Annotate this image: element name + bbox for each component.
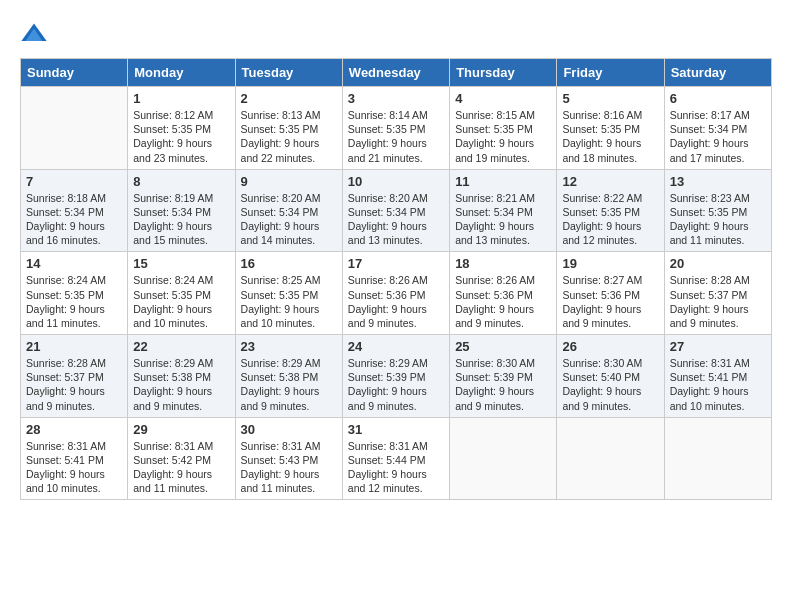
day-number: 9 (241, 174, 337, 189)
calendar-table: SundayMondayTuesdayWednesdayThursdayFrid… (20, 58, 772, 500)
day-number: 19 (562, 256, 658, 271)
calendar-cell: 23Sunrise: 8:29 AMSunset: 5:38 PMDayligh… (235, 335, 342, 418)
weekday-header-thursday: Thursday (450, 59, 557, 87)
week-row-0: 1Sunrise: 8:12 AMSunset: 5:35 PMDaylight… (21, 87, 772, 170)
calendar-cell: 19Sunrise: 8:27 AMSunset: 5:36 PMDayligh… (557, 252, 664, 335)
calendar-cell: 21Sunrise: 8:28 AMSunset: 5:37 PMDayligh… (21, 335, 128, 418)
calendar-cell: 7Sunrise: 8:18 AMSunset: 5:34 PMDaylight… (21, 169, 128, 252)
day-number: 20 (670, 256, 766, 271)
day-number: 30 (241, 422, 337, 437)
cell-info: Sunrise: 8:24 AMSunset: 5:35 PMDaylight:… (26, 273, 122, 330)
calendar-cell: 5Sunrise: 8:16 AMSunset: 5:35 PMDaylight… (557, 87, 664, 170)
calendar-cell: 10Sunrise: 8:20 AMSunset: 5:34 PMDayligh… (342, 169, 449, 252)
calendar-cell: 29Sunrise: 8:31 AMSunset: 5:42 PMDayligh… (128, 417, 235, 500)
day-number: 22 (133, 339, 229, 354)
cell-info: Sunrise: 8:25 AMSunset: 5:35 PMDaylight:… (241, 273, 337, 330)
calendar-cell: 11Sunrise: 8:21 AMSunset: 5:34 PMDayligh… (450, 169, 557, 252)
weekday-header-row: SundayMondayTuesdayWednesdayThursdayFrid… (21, 59, 772, 87)
calendar-cell: 6Sunrise: 8:17 AMSunset: 5:34 PMDaylight… (664, 87, 771, 170)
calendar-cell: 30Sunrise: 8:31 AMSunset: 5:43 PMDayligh… (235, 417, 342, 500)
calendar-cell: 9Sunrise: 8:20 AMSunset: 5:34 PMDaylight… (235, 169, 342, 252)
day-number: 4 (455, 91, 551, 106)
cell-info: Sunrise: 8:31 AMSunset: 5:41 PMDaylight:… (26, 439, 122, 496)
calendar-cell (450, 417, 557, 500)
day-number: 5 (562, 91, 658, 106)
calendar-cell: 27Sunrise: 8:31 AMSunset: 5:41 PMDayligh… (664, 335, 771, 418)
cell-info: Sunrise: 8:24 AMSunset: 5:35 PMDaylight:… (133, 273, 229, 330)
day-number: 7 (26, 174, 122, 189)
cell-info: Sunrise: 8:26 AMSunset: 5:36 PMDaylight:… (348, 273, 444, 330)
calendar-cell: 17Sunrise: 8:26 AMSunset: 5:36 PMDayligh… (342, 252, 449, 335)
calendar-cell: 3Sunrise: 8:14 AMSunset: 5:35 PMDaylight… (342, 87, 449, 170)
calendar-cell (664, 417, 771, 500)
calendar-cell: 1Sunrise: 8:12 AMSunset: 5:35 PMDaylight… (128, 87, 235, 170)
cell-info: Sunrise: 8:29 AMSunset: 5:38 PMDaylight:… (133, 356, 229, 413)
calendar-cell: 22Sunrise: 8:29 AMSunset: 5:38 PMDayligh… (128, 335, 235, 418)
weekday-header-tuesday: Tuesday (235, 59, 342, 87)
cell-info: Sunrise: 8:31 AMSunset: 5:43 PMDaylight:… (241, 439, 337, 496)
calendar-cell: 13Sunrise: 8:23 AMSunset: 5:35 PMDayligh… (664, 169, 771, 252)
day-number: 14 (26, 256, 122, 271)
day-number: 21 (26, 339, 122, 354)
calendar-cell: 26Sunrise: 8:30 AMSunset: 5:40 PMDayligh… (557, 335, 664, 418)
weekday-header-monday: Monday (128, 59, 235, 87)
cell-info: Sunrise: 8:23 AMSunset: 5:35 PMDaylight:… (670, 191, 766, 248)
day-number: 2 (241, 91, 337, 106)
calendar-cell: 25Sunrise: 8:30 AMSunset: 5:39 PMDayligh… (450, 335, 557, 418)
day-number: 18 (455, 256, 551, 271)
day-number: 6 (670, 91, 766, 106)
calendar-cell: 12Sunrise: 8:22 AMSunset: 5:35 PMDayligh… (557, 169, 664, 252)
day-number: 15 (133, 256, 229, 271)
cell-info: Sunrise: 8:22 AMSunset: 5:35 PMDaylight:… (562, 191, 658, 248)
day-number: 26 (562, 339, 658, 354)
cell-info: Sunrise: 8:13 AMSunset: 5:35 PMDaylight:… (241, 108, 337, 165)
cell-info: Sunrise: 8:21 AMSunset: 5:34 PMDaylight:… (455, 191, 551, 248)
day-number: 1 (133, 91, 229, 106)
cell-info: Sunrise: 8:30 AMSunset: 5:40 PMDaylight:… (562, 356, 658, 413)
cell-info: Sunrise: 8:14 AMSunset: 5:35 PMDaylight:… (348, 108, 444, 165)
calendar-cell: 20Sunrise: 8:28 AMSunset: 5:37 PMDayligh… (664, 252, 771, 335)
calendar-cell: 15Sunrise: 8:24 AMSunset: 5:35 PMDayligh… (128, 252, 235, 335)
weekday-header-saturday: Saturday (664, 59, 771, 87)
page-header (20, 20, 772, 48)
day-number: 16 (241, 256, 337, 271)
cell-info: Sunrise: 8:28 AMSunset: 5:37 PMDaylight:… (26, 356, 122, 413)
cell-info: Sunrise: 8:27 AMSunset: 5:36 PMDaylight:… (562, 273, 658, 330)
calendar-cell: 14Sunrise: 8:24 AMSunset: 5:35 PMDayligh… (21, 252, 128, 335)
day-number: 31 (348, 422, 444, 437)
cell-info: Sunrise: 8:17 AMSunset: 5:34 PMDaylight:… (670, 108, 766, 165)
cell-info: Sunrise: 8:20 AMSunset: 5:34 PMDaylight:… (348, 191, 444, 248)
cell-info: Sunrise: 8:28 AMSunset: 5:37 PMDaylight:… (670, 273, 766, 330)
cell-info: Sunrise: 8:31 AMSunset: 5:42 PMDaylight:… (133, 439, 229, 496)
cell-info: Sunrise: 8:30 AMSunset: 5:39 PMDaylight:… (455, 356, 551, 413)
cell-info: Sunrise: 8:20 AMSunset: 5:34 PMDaylight:… (241, 191, 337, 248)
cell-info: Sunrise: 8:19 AMSunset: 5:34 PMDaylight:… (133, 191, 229, 248)
day-number: 27 (670, 339, 766, 354)
calendar-cell (557, 417, 664, 500)
week-row-1: 7Sunrise: 8:18 AMSunset: 5:34 PMDaylight… (21, 169, 772, 252)
logo-icon (20, 20, 48, 48)
calendar-cell: 4Sunrise: 8:15 AMSunset: 5:35 PMDaylight… (450, 87, 557, 170)
week-row-3: 21Sunrise: 8:28 AMSunset: 5:37 PMDayligh… (21, 335, 772, 418)
cell-info: Sunrise: 8:16 AMSunset: 5:35 PMDaylight:… (562, 108, 658, 165)
day-number: 13 (670, 174, 766, 189)
calendar-cell: 2Sunrise: 8:13 AMSunset: 5:35 PMDaylight… (235, 87, 342, 170)
weekday-header-wednesday: Wednesday (342, 59, 449, 87)
calendar-cell: 8Sunrise: 8:19 AMSunset: 5:34 PMDaylight… (128, 169, 235, 252)
day-number: 11 (455, 174, 551, 189)
cell-info: Sunrise: 8:29 AMSunset: 5:39 PMDaylight:… (348, 356, 444, 413)
weekday-header-friday: Friday (557, 59, 664, 87)
logo (20, 20, 52, 48)
day-number: 24 (348, 339, 444, 354)
cell-info: Sunrise: 8:15 AMSunset: 5:35 PMDaylight:… (455, 108, 551, 165)
day-number: 8 (133, 174, 229, 189)
calendar-cell: 31Sunrise: 8:31 AMSunset: 5:44 PMDayligh… (342, 417, 449, 500)
calendar-cell: 18Sunrise: 8:26 AMSunset: 5:36 PMDayligh… (450, 252, 557, 335)
day-number: 3 (348, 91, 444, 106)
day-number: 28 (26, 422, 122, 437)
cell-info: Sunrise: 8:31 AMSunset: 5:41 PMDaylight:… (670, 356, 766, 413)
week-row-4: 28Sunrise: 8:31 AMSunset: 5:41 PMDayligh… (21, 417, 772, 500)
calendar-cell: 28Sunrise: 8:31 AMSunset: 5:41 PMDayligh… (21, 417, 128, 500)
day-number: 23 (241, 339, 337, 354)
day-number: 29 (133, 422, 229, 437)
